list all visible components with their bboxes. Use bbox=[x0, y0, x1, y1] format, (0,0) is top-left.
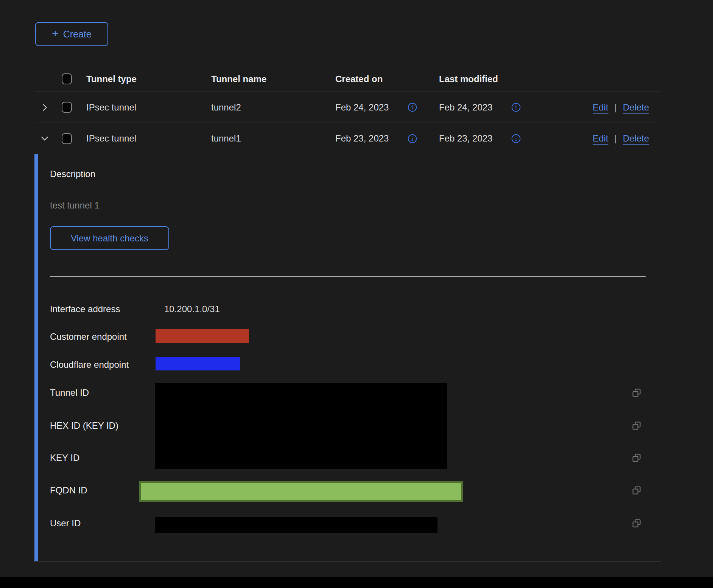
table-row: IPsec tunnel tunnel1 Feb 23, 2023 i Feb … bbox=[35, 123, 660, 154]
tunnels-page: + Create Tunnel type Tunnel name Created… bbox=[0, 0, 713, 588]
header-tunnel-type: Tunnel type bbox=[86, 74, 211, 84]
interface-address-value: 10.200.1.0/31 bbox=[164, 304, 220, 314]
section-divider bbox=[50, 276, 646, 277]
header-created-on: Created on bbox=[335, 74, 439, 84]
user-id-label: User ID bbox=[50, 518, 81, 529]
row-checkbox[interactable] bbox=[62, 102, 72, 113]
tunnel-type-cell: IPsec tunnel bbox=[86, 133, 211, 144]
table-header-row: Tunnel type Tunnel name Created on Last … bbox=[35, 66, 660, 92]
description-label: Description bbox=[50, 169, 95, 179]
delete-link[interactable]: Delete bbox=[623, 133, 649, 144]
user-id-redacted-value bbox=[155, 517, 437, 533]
tunnel-name-cell: tunnel2 bbox=[211, 102, 335, 113]
edit-link[interactable]: Edit bbox=[593, 102, 608, 113]
bottom-bar bbox=[0, 577, 713, 588]
edit-link[interactable]: Edit bbox=[593, 133, 608, 144]
tunnel-name-cell: tunnel1 bbox=[211, 133, 335, 144]
cloudflare-endpoint-redacted-value bbox=[156, 357, 240, 370]
header-tunnel-name: Tunnel name bbox=[211, 74, 335, 84]
description-value: test tunnel 1 bbox=[50, 200, 100, 211]
tunnel-type-cell: IPsec tunnel bbox=[86, 102, 211, 113]
create-button-label: Create bbox=[63, 29, 92, 40]
copy-tunnel-id-icon[interactable] bbox=[631, 387, 642, 398]
view-health-checks-button[interactable]: View health checks bbox=[50, 226, 169, 250]
link-separator: | bbox=[614, 102, 616, 113]
cloudflare-endpoint-label: Cloudflare endpoint bbox=[50, 359, 129, 370]
copy-hex-id-icon[interactable] bbox=[631, 420, 642, 431]
customer-endpoint-redacted-value bbox=[156, 329, 249, 343]
svg-text:i: i bbox=[411, 135, 413, 142]
created-on-cell: Feb 23, 2023 bbox=[335, 133, 396, 144]
create-button[interactable]: + Create bbox=[35, 22, 108, 46]
table-row: IPsec tunnel tunnel2 Feb 24, 2023 i Feb … bbox=[35, 92, 660, 123]
copy-user-id-icon[interactable] bbox=[631, 518, 642, 529]
info-icon[interactable]: i bbox=[407, 102, 417, 112]
info-icon[interactable]: i bbox=[511, 134, 521, 144]
svg-text:i: i bbox=[411, 104, 413, 111]
delete-link[interactable]: Delete bbox=[623, 102, 649, 113]
copy-fqdn-id-icon[interactable] bbox=[631, 485, 642, 496]
fqdn-id-label: FQDN ID bbox=[50, 485, 87, 496]
info-icon[interactable]: i bbox=[407, 134, 417, 144]
svg-text:i: i bbox=[515, 135, 517, 142]
last-modified-cell: Feb 24, 2023 bbox=[439, 102, 500, 113]
select-all-checkbox[interactable] bbox=[62, 73, 72, 84]
created-on-cell: Feb 24, 2023 bbox=[335, 102, 396, 113]
last-modified-cell: Feb 23, 2023 bbox=[439, 133, 500, 144]
chevron-right-icon[interactable] bbox=[40, 103, 50, 112]
link-separator: | bbox=[614, 133, 616, 144]
customer-endpoint-label: Customer endpoint bbox=[50, 331, 127, 342]
header-last-modified: Last modified bbox=[439, 74, 575, 84]
copy-key-id-icon[interactable] bbox=[631, 453, 642, 463]
row-checkbox[interactable] bbox=[62, 133, 72, 144]
tunnel-id-label: Tunnel ID bbox=[50, 387, 89, 398]
svg-text:i: i bbox=[515, 104, 517, 111]
key-id-label: KEY ID bbox=[50, 453, 79, 463]
info-icon[interactable]: i bbox=[511, 102, 521, 112]
interface-address-label: Interface address bbox=[50, 304, 120, 314]
expanded-row-panel: Description test tunnel 1 View health ch… bbox=[34, 154, 661, 562]
header-checkbox-cell bbox=[56, 73, 86, 84]
hex-id-label: HEX ID (KEY ID) bbox=[50, 420, 118, 431]
chevron-down-icon[interactable] bbox=[40, 134, 50, 143]
fqdn-id-redacted-value bbox=[139, 481, 463, 502]
plus-icon: + bbox=[52, 28, 59, 39]
ids-redacted-value-block bbox=[155, 383, 447, 469]
